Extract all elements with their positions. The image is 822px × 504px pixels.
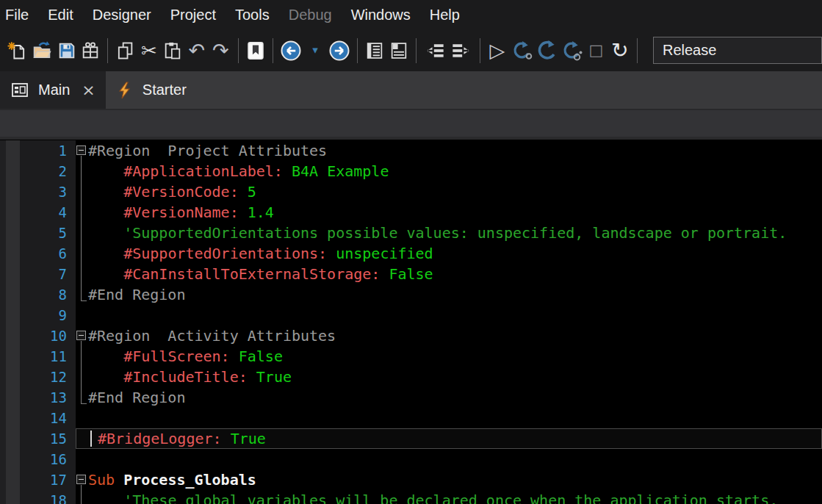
- code-token: #SupportedOrientations:: [123, 243, 327, 264]
- code-line-body[interactable]: #IncludeTitle: True: [76, 367, 822, 387]
- breakpoint-margin[interactable]: [0, 449, 6, 469]
- navigate-back-icon[interactable]: [280, 38, 302, 63]
- menu-help[interactable]: Help: [420, 0, 469, 29]
- menu-tools[interactable]: Tools: [226, 0, 279, 29]
- breakpoint-margin[interactable]: [0, 428, 6, 449]
- undo-icon[interactable]: ↶: [187, 38, 207, 63]
- cut-icon[interactable]: ✂: [139, 38, 159, 63]
- code-line-body[interactable]: #End Region: [76, 284, 822, 305]
- code-line-body[interactable]: [76, 449, 822, 469]
- breakpoint-margin[interactable]: [0, 181, 6, 202]
- code-line-body[interactable]: #Region Project Attributes: [76, 140, 822, 161]
- shift-right-icon[interactable]: [450, 38, 473, 63]
- navigate-forward-icon[interactable]: [328, 38, 350, 63]
- code-line-body[interactable]: #FullScreen: False: [76, 346, 822, 367]
- breakpoint-margin[interactable]: [0, 161, 6, 181]
- fold-guide: [76, 387, 88, 408]
- export-project-icon[interactable]: [80, 38, 101, 63]
- breakpoint-margin[interactable]: [0, 243, 6, 264]
- close-tab-icon[interactable]: ×: [82, 81, 95, 99]
- step-icon[interactable]: [560, 38, 583, 63]
- selection-margin[interactable]: [6, 161, 20, 181]
- selection-margin[interactable]: [6, 469, 20, 490]
- tab-starter[interactable]: Starter: [106, 71, 197, 109]
- run-icon[interactable]: ▷: [487, 38, 508, 63]
- copy-icon[interactable]: [115, 38, 135, 63]
- paste-icon[interactable]: [162, 38, 183, 63]
- selection-margin[interactable]: [6, 408, 20, 428]
- selection-margin[interactable]: [6, 223, 20, 243]
- code-line-body[interactable]: #Region Activity Attributes: [76, 325, 822, 346]
- menu-designer[interactable]: Designer: [83, 0, 161, 29]
- save-icon[interactable]: [56, 38, 76, 63]
- breakpoint-margin[interactable]: [0, 223, 6, 243]
- menu-file[interactable]: File: [0, 0, 38, 29]
- redo-icon[interactable]: ↷: [210, 38, 231, 63]
- open-project-icon[interactable]: [31, 38, 53, 63]
- back-history-chevron-icon[interactable]: ▾: [305, 38, 325, 63]
- selection-margin[interactable]: [6, 264, 20, 284]
- collapse-region-icon[interactable]: [76, 145, 86, 155]
- breakpoint-margin[interactable]: [0, 305, 6, 325]
- code-line-body[interactable]: #SupportedOrientations: unspecified: [76, 243, 822, 264]
- selection-margin[interactable]: [6, 387, 20, 408]
- selection-margin[interactable]: [6, 325, 20, 346]
- code-line-body[interactable]: [76, 408, 822, 428]
- menu-windows[interactable]: Windows: [342, 0, 420, 29]
- fold-toggle[interactable]: [76, 469, 88, 490]
- selection-margin[interactable]: [6, 202, 20, 223]
- selection-margin[interactable]: [6, 449, 20, 469]
- breakpoint-margin[interactable]: [0, 325, 6, 346]
- stop-icon[interactable]: □: [585, 38, 606, 63]
- breakpoint-margin[interactable]: [0, 490, 6, 504]
- new-project-icon[interactable]: [7, 38, 28, 63]
- code-line-body[interactable]: #ApplicationLabel: B4A Example: [76, 161, 822, 181]
- shift-left-icon[interactable]: [423, 38, 447, 63]
- code-line-body[interactable]: 'These global variables will be declared…: [76, 490, 822, 504]
- resume-icon[interactable]: [536, 38, 558, 63]
- restart-icon[interactable]: ↻: [610, 38, 630, 63]
- breakpoint-margin[interactable]: [0, 387, 6, 408]
- comment-icon[interactable]: [364, 38, 385, 63]
- breakpoint-margin[interactable]: [0, 202, 6, 223]
- code-line-body[interactable]: [76, 305, 822, 325]
- code-token: #End Region: [88, 387, 185, 408]
- breakpoint-margin[interactable]: [0, 284, 6, 305]
- menu-edit[interactable]: Edit: [38, 0, 82, 29]
- menu-project[interactable]: Project: [161, 0, 226, 29]
- fold-toggle[interactable]: [76, 140, 88, 161]
- breakpoint-margin[interactable]: [0, 469, 6, 490]
- collapse-region-icon[interactable]: [76, 475, 86, 484]
- selection-margin[interactable]: [6, 243, 20, 264]
- selection-margin[interactable]: [6, 428, 20, 449]
- selection-margin[interactable]: [6, 346, 20, 367]
- line-number: 11: [20, 346, 76, 367]
- selection-margin[interactable]: [6, 490, 20, 504]
- uncomment-icon[interactable]: [389, 38, 409, 63]
- code-line-body[interactable]: Sub Process_Globals: [76, 469, 822, 490]
- breakpoint-margin[interactable]: [0, 140, 6, 161]
- attach-debugger-icon[interactable]: [511, 38, 533, 63]
- current-line[interactable]: #BridgeLogger: True: [76, 428, 822, 449]
- line-number: 13: [20, 387, 76, 408]
- collapse-region-icon[interactable]: [76, 331, 86, 340]
- code-line-body[interactable]: 'SupportedOrientations possible values: …: [76, 223, 822, 243]
- code-line-body[interactable]: #VersionName: 1.4: [76, 202, 822, 223]
- breakpoint-margin[interactable]: [0, 264, 6, 284]
- breakpoint-margin[interactable]: [0, 408, 6, 428]
- code-line-body[interactable]: #End Region: [76, 387, 822, 408]
- build-configuration-select[interactable]: Release: [653, 37, 822, 64]
- tab-main[interactable]: Main×: [0, 71, 106, 109]
- selection-margin[interactable]: [6, 181, 20, 202]
- selection-margin[interactable]: [6, 305, 20, 325]
- breakpoint-margin[interactable]: [0, 367, 6, 387]
- code-line-body[interactable]: #VersionCode: 5: [76, 181, 822, 202]
- code-editor[interactable]: 1#Region Project Attributes2 #Applicatio…: [0, 140, 822, 504]
- selection-margin[interactable]: [6, 284, 20, 305]
- selection-margin[interactable]: [6, 140, 20, 161]
- code-line-body[interactable]: #CanInstallToExternalStorage: False: [76, 264, 822, 284]
- fold-toggle[interactable]: [76, 325, 88, 346]
- bookmark-icon[interactable]: [245, 38, 265, 63]
- breakpoint-margin[interactable]: [0, 346, 6, 367]
- selection-margin[interactable]: [6, 367, 20, 387]
